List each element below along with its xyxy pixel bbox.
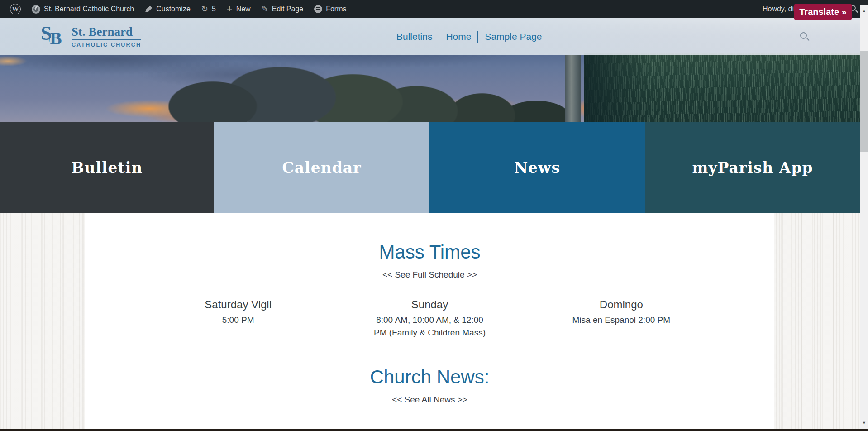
edit-page-label: Edit Page xyxy=(272,5,303,13)
site-name-label: St. Bernard Catholic Church xyxy=(44,5,134,13)
site-favicon-icon xyxy=(32,5,40,14)
site-header: S B † St. Bernard CATHOLIC CHURCH Bullet… xyxy=(0,18,860,55)
hero-tree-trunk xyxy=(565,55,581,122)
scrollbar-thumb[interactable] xyxy=(860,51,868,152)
tile-news[interactable]: News xyxy=(429,122,645,213)
new-content-menu[interactable]: + New xyxy=(221,0,256,18)
scroll-down-button[interactable]: ▼ xyxy=(860,417,868,429)
browser-viewport: W St. Bernard Catholic Church Customize … xyxy=(0,0,868,431)
nav-item-home[interactable]: Home xyxy=(439,31,477,43)
site-name-menu[interactable]: St. Bernard Catholic Church xyxy=(26,0,139,18)
mass-day-title: Domingo xyxy=(525,298,717,311)
pencil-icon: ✎ xyxy=(262,5,268,13)
mass-day-details: Misa en Espanol 2:00 PM xyxy=(565,314,678,326)
forms-menu[interactable]: Forms xyxy=(309,0,352,18)
site-logo[interactable]: S B † St. Bernard CATHOLIC CHURCH xyxy=(41,24,141,50)
page-background: Mass Times << See Full Schedule >> Satur… xyxy=(0,213,860,431)
main-nav: Bulletins Home Sample Page xyxy=(390,18,548,55)
header-search-button[interactable] xyxy=(800,32,810,42)
mass-day-details: 8:00 AM, 10:00 AM, & 12:00 PM (Family & … xyxy=(373,314,486,339)
nav-item-sample-page[interactable]: Sample Page xyxy=(477,31,548,43)
quick-link-tiles: Bulletin Calendar News myParish App xyxy=(0,122,860,213)
mass-column-sunday: Sunday 8:00 AM, 10:00 AM, & 12:00 PM (Fa… xyxy=(334,298,525,339)
paintbrush-icon xyxy=(145,5,153,13)
wordpress-icon: W xyxy=(10,4,21,14)
nav-item-bulletins[interactable]: Bulletins xyxy=(390,31,439,43)
monogram-letter-b: B xyxy=(50,28,62,49)
wp-admin-bar: W St. Bernard Catholic Church Customize … xyxy=(0,0,868,18)
admin-bar-left: W St. Bernard Catholic Church Customize … xyxy=(0,0,352,18)
mass-day-title: Sunday xyxy=(334,298,525,311)
search-icon xyxy=(800,32,807,39)
mass-times-heading: Mass Times xyxy=(85,213,774,263)
customize-label: Customize xyxy=(156,5,191,13)
mass-day-title: Saturday Vigil xyxy=(143,298,334,311)
hero-image: S B † St. Bernard CATHOLIC CHURCH Bullet… xyxy=(0,18,860,122)
mass-column-domingo: Domingo Misa en Espanol 2:00 PM xyxy=(525,298,717,339)
content-card: Mass Times << See Full Schedule >> Satur… xyxy=(85,213,774,431)
edit-page-menu[interactable]: ✎ Edit Page xyxy=(256,0,309,18)
scroll-up-button[interactable]: ▲ xyxy=(860,5,868,17)
forms-label: Forms xyxy=(326,5,346,13)
updates-icon: ↻ xyxy=(201,5,208,13)
howdy-account-menu[interactable]: Howdy, dic xyxy=(763,0,797,18)
see-full-schedule-link[interactable]: << See Full Schedule >> xyxy=(382,270,477,280)
tile-bulletin[interactable]: Bulletin xyxy=(0,122,214,213)
vertical-scrollbar[interactable]: ▲ ▼ xyxy=(860,0,868,431)
plus-icon: + xyxy=(227,4,233,14)
church-news-heading: Church News: xyxy=(85,366,774,388)
logo-subtitle: CATHOLIC CHURCH xyxy=(72,42,141,48)
translate-button[interactable]: Translate » xyxy=(794,4,852,20)
scrollbar-top-cap xyxy=(860,0,868,5)
new-label: New xyxy=(236,5,251,13)
hero-grass xyxy=(584,53,860,122)
see-all-news-link[interactable]: << See All News >> xyxy=(392,395,467,405)
forms-icon xyxy=(314,5,322,13)
footer-edge xyxy=(0,429,868,431)
tile-myparish-app[interactable]: myParish App xyxy=(645,122,860,213)
hero-grass-shadow xyxy=(584,53,652,122)
logo-title: St. Bernard xyxy=(72,25,141,40)
customize-menu[interactable]: Customize xyxy=(139,0,196,18)
mass-column-saturday: Saturday Vigil 5:00 PM xyxy=(143,298,334,339)
mass-times-columns: Saturday Vigil 5:00 PM Sunday 8:00 AM, 1… xyxy=(143,298,717,339)
tile-calendar[interactable]: Calendar xyxy=(214,122,429,213)
wp-logo-menu[interactable]: W xyxy=(5,0,26,18)
sb-monogram: S B † xyxy=(41,24,67,50)
mass-day-details: 5:00 PM xyxy=(181,314,295,326)
updates-count: 5 xyxy=(212,5,216,13)
updates-menu[interactable]: ↻ 5 xyxy=(196,0,221,18)
logo-text: St. Bernard CATHOLIC CHURCH xyxy=(72,25,141,48)
cross-icon: † xyxy=(48,35,51,43)
